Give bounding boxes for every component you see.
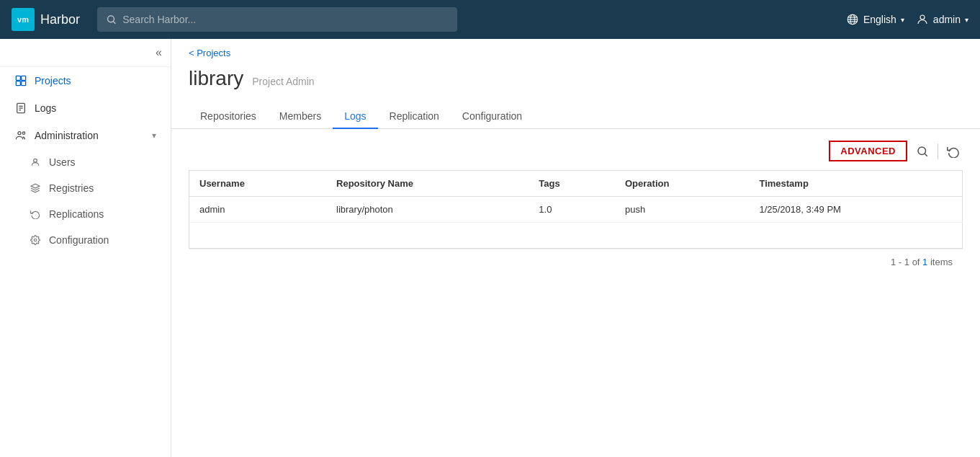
sidebar-item-users[interactable]: Users: [0, 149, 171, 175]
logs-label: Logs: [35, 102, 56, 114]
sidebar-item-configuration[interactable]: Configuration: [0, 227, 171, 253]
sidebar-item-logs[interactable]: Logs: [0, 94, 171, 122]
cell-timestamp: 1/25/2018, 3:49 PM: [749, 197, 962, 223]
tab-members[interactable]: Members: [268, 105, 333, 129]
svg-point-0: [108, 16, 114, 22]
tab-logs[interactable]: Logs: [333, 105, 377, 129]
tab-configuration[interactable]: Configuration: [451, 105, 534, 129]
svg-point-20: [918, 147, 926, 155]
svg-point-18: [34, 159, 37, 162]
svg-point-7: [920, 15, 925, 19]
topnav-right: English ▾ admin ▾: [846, 13, 968, 26]
pagination-suffix: items: [927, 257, 953, 267]
app-title: Harbor: [40, 12, 80, 27]
content-area: < Projects library Project Admin Reposit…: [171, 39, 980, 457]
svg-rect-9: [22, 76, 26, 80]
page-subtitle: Project Admin: [252, 76, 314, 87]
username-label: admin: [933, 14, 961, 25]
advanced-button[interactable]: ADVANCED: [829, 141, 907, 161]
col-username: Username: [189, 171, 327, 197]
tabs-bar: Repositories Members Logs Replication Co…: [171, 96, 980, 129]
svg-rect-11: [22, 81, 26, 86]
admin-chevron-icon: ▾: [152, 130, 156, 141]
gear-icon: [29, 234, 42, 247]
svg-point-16: [18, 132, 21, 135]
pagination-bar: 1 - 1 of 1 items: [189, 249, 963, 275]
search-bar[interactable]: [97, 7, 457, 32]
cell-username[interactable]: admin: [189, 197, 327, 223]
doc-icon: [14, 102, 27, 115]
logo-area: vm Harbor: [12, 8, 80, 31]
sidebar-item-administration[interactable]: Administration ▾: [0, 122, 171, 149]
sidebar: « Projects Logs Administration ▾: [0, 39, 171, 457]
grid-icon: [14, 74, 27, 87]
user-icon: [916, 13, 929, 26]
table-row: admin library/photon 1.0 push 1/25/2018,…: [189, 197, 963, 223]
tab-replication[interactable]: Replication: [378, 105, 451, 129]
main-layout: « Projects Logs Administration ▾: [0, 39, 980, 457]
cube-icon: [29, 182, 42, 195]
language-selector[interactable]: English ▾: [846, 13, 904, 26]
sidebar-item-registries[interactable]: Registries: [0, 175, 171, 201]
people-icon: [14, 129, 27, 142]
page-header: library Project Admin: [171, 58, 980, 90]
search-icon: [106, 14, 117, 25]
pagination-range: 1 - 1 of: [891, 257, 922, 267]
toolbar-divider: [938, 143, 938, 159]
refresh-button[interactable]: [944, 142, 963, 161]
cell-tags[interactable]: 1.0: [529, 197, 615, 223]
search-input[interactable]: [122, 14, 449, 25]
breadcrumb[interactable]: < Projects: [171, 39, 980, 58]
sidebar-collapse-bar: «: [0, 39, 171, 67]
svg-rect-10: [16, 81, 20, 86]
cell-repository-name[interactable]: library/photon: [326, 197, 529, 223]
table-row-empty: [189, 223, 963, 249]
tab-repositories[interactable]: Repositories: [189, 105, 268, 129]
refresh-icon: [947, 145, 960, 158]
user-menu[interactable]: admin ▾: [916, 13, 968, 26]
table-toolbar: ADVANCED: [189, 141, 963, 161]
svg-rect-8: [16, 76, 20, 80]
sidebar-item-projects[interactable]: Projects: [0, 67, 171, 94]
page-title: library: [189, 67, 243, 90]
pagination-text: 1 - 1 of 1 items: [891, 257, 953, 267]
svg-point-17: [22, 132, 24, 134]
col-tags: Tags: [529, 171, 615, 197]
svg-point-19: [34, 239, 37, 241]
replications-label: Replications: [49, 208, 104, 220]
users-label: Users: [49, 156, 76, 168]
logs-table: Username Repository Name Tags Operation …: [189, 170, 963, 249]
search-button[interactable]: [913, 142, 932, 161]
globe-icon: [846, 13, 859, 26]
svg-line-1: [113, 22, 115, 24]
sidebar-collapse-button[interactable]: «: [156, 46, 162, 59]
col-timestamp: Timestamp: [749, 171, 962, 197]
col-operation: Operation: [615, 171, 749, 197]
main-content: < Projects library Project Admin Reposit…: [171, 39, 980, 457]
lang-chevron-icon: ▾: [901, 16, 904, 24]
person-icon: [29, 156, 42, 169]
table-header: Username Repository Name Tags Operation …: [189, 171, 963, 197]
topnav: vm Harbor English ▾ admin ▾: [0, 0, 980, 39]
search-icon: [916, 145, 929, 158]
configuration-label: Configuration: [49, 234, 109, 246]
table-body: admin library/photon 1.0 push 1/25/2018,…: [189, 197, 963, 249]
col-repository-name: Repository Name: [326, 171, 529, 197]
registries-label: Registries: [49, 182, 94, 194]
language-label: English: [863, 14, 896, 25]
user-chevron-icon: ▾: [965, 16, 968, 24]
sync-icon: [29, 208, 42, 221]
sidebar-item-replications[interactable]: Replications: [0, 201, 171, 227]
table-header-row: Username Repository Name Tags Operation …: [189, 171, 963, 197]
projects-label: Projects: [35, 75, 71, 86]
administration-label: Administration: [35, 130, 99, 141]
vm-logo: vm: [12, 8, 35, 31]
table-area: ADVANCED Username Repository Name: [171, 129, 980, 286]
svg-line-21: [925, 154, 927, 156]
cell-operation: push: [615, 197, 749, 223]
